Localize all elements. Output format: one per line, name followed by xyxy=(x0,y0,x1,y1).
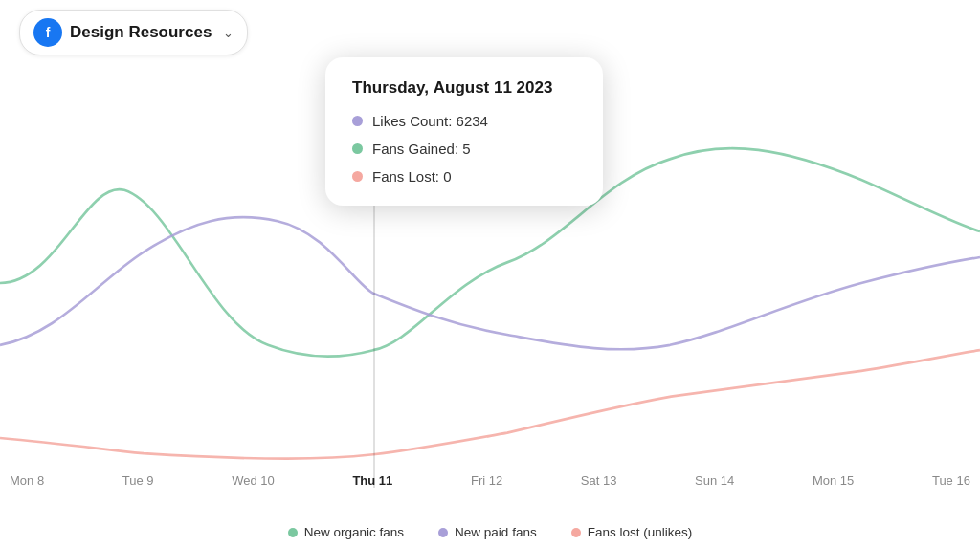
x-label-wed10: Wed 10 xyxy=(232,473,275,488)
x-label-fri12: Fri 12 xyxy=(471,473,502,488)
x-label-sat13: Sat 13 xyxy=(581,473,617,488)
legend-dot-lost xyxy=(571,528,581,537)
fb-avatar: f xyxy=(33,18,62,47)
tooltip-fans-lost-label: Fans Lost: 0 xyxy=(372,168,452,185)
x-label-mon8: Mon 8 xyxy=(10,473,44,488)
legend-item-organic: New organic fans xyxy=(288,525,404,539)
tooltip-likes-label: Likes Count: 6234 xyxy=(372,113,488,129)
x-label-tue16: Tue 16 xyxy=(932,473,970,488)
page-selector[interactable]: f Design Resources ⌄ xyxy=(19,10,248,55)
tooltip-card: Thursday, August 11 2023 Likes Count: 62… xyxy=(325,57,603,206)
tooltip-day: Thursday, xyxy=(352,78,429,97)
legend-label-organic: New organic fans xyxy=(304,525,404,539)
likes-dot xyxy=(352,116,363,126)
legend: New organic fans New paid fans Fans lost… xyxy=(0,525,980,539)
tooltip-fans-gained-row: Fans Gained: 5 xyxy=(352,141,576,157)
tooltip-date: Thursday, August 11 2023 xyxy=(352,78,576,98)
x-label-tue9: Tue 9 xyxy=(122,473,154,488)
fans-lost-dot xyxy=(352,171,363,182)
tooltip-fans-lost-row: Fans Lost: 0 xyxy=(352,168,576,185)
legend-label-lost: Fans lost (unlikes) xyxy=(588,525,693,539)
x-label-mon15: Mon 15 xyxy=(813,473,854,488)
legend-dot-paid xyxy=(438,528,448,537)
legend-item-lost: Fans lost (unlikes) xyxy=(571,525,693,539)
x-axis: Mon 8 Tue 9 Wed 10 Thu 11 Fri 12 Sat 13 … xyxy=(0,473,980,488)
legend-item-paid: New paid fans xyxy=(438,525,537,539)
legend-label-paid: New paid fans xyxy=(455,525,537,539)
chevron-down-icon: ⌄ xyxy=(223,26,234,40)
tooltip-fans-gained-label: Fans Gained: 5 xyxy=(372,141,471,157)
x-label-sun14: Sun 14 xyxy=(695,473,734,488)
page-name: Design Resources xyxy=(70,23,212,42)
tooltip-likes-row: Likes Count: 6234 xyxy=(352,113,576,129)
fans-gained-dot xyxy=(352,143,363,154)
tooltip-full-date: August 11 2023 xyxy=(434,78,553,97)
legend-dot-organic xyxy=(288,528,298,537)
